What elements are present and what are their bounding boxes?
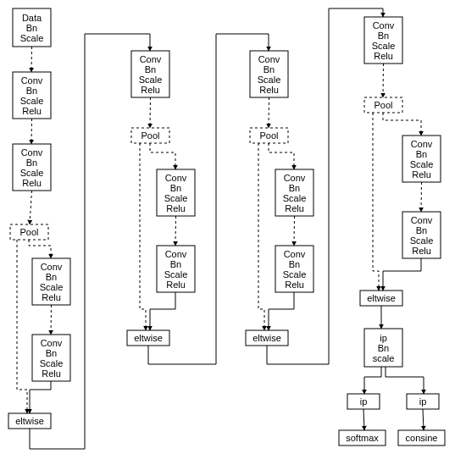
node-conv: ConvBnScaleRelu: [250, 51, 288, 97]
node-label: Conv: [41, 338, 63, 348]
node-label: Relu: [166, 280, 186, 290]
node-label: softmax: [346, 433, 379, 443]
node-label: Scale: [164, 269, 188, 280]
flow-arrow: [51, 305, 52, 335]
node-label: consine: [406, 433, 438, 443]
node-label: Scale: [40, 358, 64, 368]
flow-arrow: [294, 216, 295, 246]
flow-arrow: [150, 143, 175, 169]
node-label: Bn: [416, 225, 427, 235]
flow-arrow: [31, 47, 32, 72]
node-conv: ConvBnScaleRelu: [131, 51, 169, 97]
node-label: Relu: [22, 106, 42, 116]
node-pool: Pool: [131, 128, 169, 143]
node-label: eltwise: [252, 333, 281, 343]
node-label: Relu: [412, 169, 431, 180]
node-conv: ConvBnScaleRelu: [364, 17, 402, 64]
node-label: Scale: [40, 282, 64, 292]
node-label: Conv: [258, 54, 280, 64]
node-conv: ConvBnScaleRelu: [32, 335, 70, 381]
node-conv: ConvBnScaleRelu: [157, 246, 195, 292]
node-label: Scale: [410, 235, 434, 246]
node-label: Scale: [20, 33, 44, 43]
node-label: Relu: [42, 292, 61, 302]
node-label: Bn: [26, 158, 37, 168]
flow-arrow: [269, 97, 269, 128]
node-label: Conv: [21, 75, 43, 86]
flow-arrow: [383, 258, 421, 291]
flow-arrow: [29, 240, 51, 258]
node-label: ip: [419, 396, 427, 407]
node-label: Bn: [145, 64, 156, 75]
node-label: Conv: [411, 139, 433, 149]
node-ip: ip: [407, 394, 439, 409]
flow-arrow: [386, 367, 424, 394]
node-label: Relu: [166, 203, 186, 213]
node-label: eltwise: [367, 293, 396, 303]
node-eltwise: eltwise: [8, 413, 51, 429]
node-label: Scale: [283, 269, 307, 280]
node-label: Bn: [264, 64, 275, 75]
node-conv: ConvBnScaleRelu: [402, 136, 441, 182]
node-label: Relu: [22, 178, 42, 188]
node-label: Relu: [285, 203, 304, 213]
node-label: Conv: [165, 249, 187, 259]
node-label: Conv: [41, 262, 63, 272]
node-label: Scale: [139, 75, 163, 85]
node-eltwise: eltwise: [360, 291, 402, 306]
node-label: Pool: [259, 130, 278, 141]
skip-arrow: [258, 143, 264, 330]
node-conv: ConvBnScaleRelu: [275, 246, 313, 292]
flow-arrow: [30, 381, 51, 413]
node-label: Pool: [374, 100, 392, 110]
node-label: Bn: [46, 272, 57, 282]
skip-arrow: [17, 240, 27, 413]
node-label: Pool: [141, 130, 159, 141]
node-label: Bn: [378, 30, 389, 41]
node-data: DataBnScale: [13, 8, 51, 47]
node-label: eltwise: [15, 416, 44, 426]
flow-arrow: [423, 409, 424, 430]
node-pool: Pool: [364, 97, 402, 113]
node-label: Relu: [259, 85, 279, 95]
node-label: Data: [22, 13, 42, 23]
node-conv: ConvBnScaleRelu: [13, 144, 51, 191]
skip-arrow: [140, 143, 146, 330]
flow-arrow: [269, 143, 294, 169]
node-pool: Pool: [250, 128, 288, 143]
flow-arrow: [31, 119, 32, 144]
node-label: Scale: [258, 75, 281, 85]
node-label: Bn: [289, 183, 300, 193]
node-conv: ConvBnScaleRelu: [275, 169, 313, 216]
node-label: Conv: [165, 173, 187, 183]
node-label: scale: [373, 353, 395, 363]
node-conv: ConvBnScaleRelu: [32, 258, 70, 305]
node-conv: ConvBnScaleRelu: [13, 72, 51, 119]
node-ip: ip: [347, 394, 380, 409]
node-softmax: softmax: [339, 430, 386, 446]
node-label: Bn: [416, 149, 427, 159]
node-label: Scale: [20, 96, 44, 106]
node-label: Conv: [284, 173, 306, 183]
node-label: Conv: [373, 20, 395, 30]
node-label: Conv: [411, 215, 433, 225]
node-label: Relu: [285, 280, 304, 290]
node-conv: ConvBnScaleRelu: [402, 212, 441, 258]
skip-arrow: [373, 113, 379, 291]
flow-arrow: [363, 409, 364, 430]
node-label: Bn: [289, 259, 300, 269]
flow-arrow: [421, 182, 422, 212]
node-ipbnscale: ipBnscale: [364, 329, 402, 367]
node-label: Bn: [170, 183, 181, 193]
flow-arrow: [364, 367, 381, 394]
node-label: Scale: [372, 41, 396, 51]
flow-arrow: [383, 113, 421, 136]
node-label: Bn: [378, 343, 389, 353]
node-label: ip: [360, 396, 368, 407]
flow-arrow: [150, 292, 175, 330]
flow-arrow: [30, 191, 32, 224]
node-label: Pool: [19, 227, 38, 237]
node-label: Bn: [26, 23, 37, 33]
node-label: Scale: [164, 193, 188, 203]
flow-arrow: [175, 216, 176, 246]
